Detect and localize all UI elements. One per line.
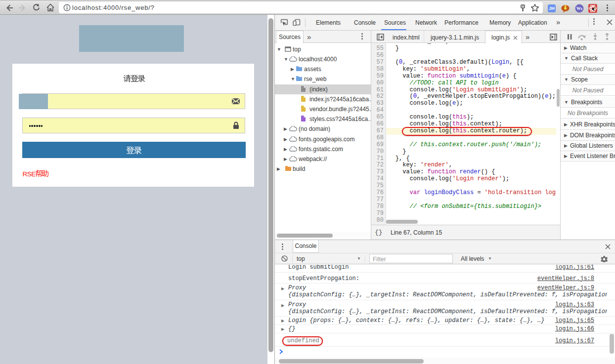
svg-text:Ws: Ws: [576, 6, 583, 11]
